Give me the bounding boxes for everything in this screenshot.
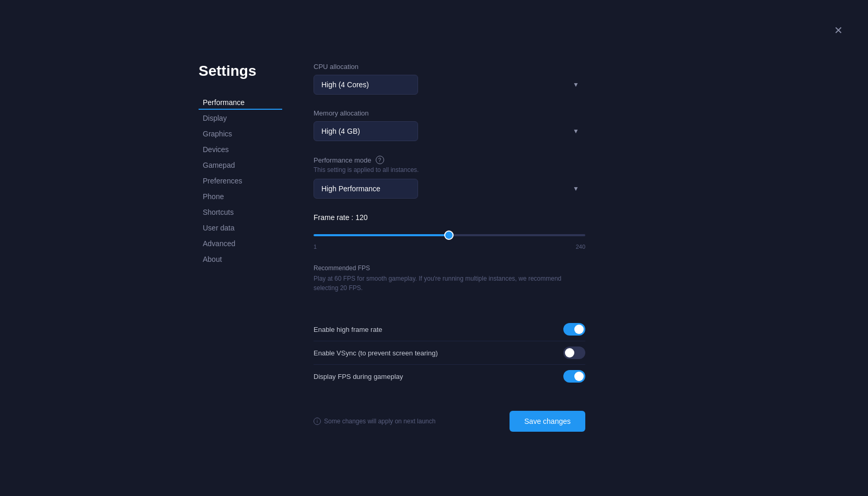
performance-mode-label-row: Performance mode ?	[314, 156, 585, 164]
sidebar-item-shortcuts[interactable]: Shortcuts	[199, 205, 282, 220]
performance-mode-dropdown[interactable]: High Performance Balanced Custom	[314, 179, 418, 199]
sidebar-item-preferences[interactable]: Preferences	[199, 174, 282, 188]
sidebar-nav: Performance Display Graphics Devices Gam…	[199, 95, 282, 267]
toggle-high-frame-rate[interactable]	[563, 323, 585, 336]
toggle-thumb-vsync	[565, 348, 574, 357]
settings-container: Settings Performance Display Graphics De…	[199, 63, 585, 432]
slider-min: 1	[314, 244, 317, 250]
toggle-vsync[interactable]	[563, 347, 585, 359]
page-title: Settings	[199, 63, 282, 79]
footer-note-icon: i	[314, 418, 321, 425]
sidebar-section: Settings Performance Display Graphics De…	[199, 63, 282, 432]
slider-wrapper	[314, 229, 585, 238]
save-changes-button[interactable]: Save changes	[510, 411, 585, 432]
sidebar-item-user-data[interactable]: User data	[199, 221, 282, 235]
memory-dropdown-arrow: ▼	[573, 128, 579, 135]
slider-max: 240	[576, 244, 585, 250]
frame-rate-section: Frame rate : 120 1 240	[314, 213, 585, 250]
frame-rate-slider[interactable]	[314, 234, 585, 236]
cpu-dropdown-wrapper: High (4 Cores) Low (1 Core) Medium (2 Co…	[314, 75, 585, 95]
sidebar-item-display[interactable]: Display	[199, 111, 282, 125]
close-button[interactable]: ✕	[834, 25, 843, 36]
performance-mode-help-icon[interactable]: ?	[376, 156, 384, 164]
sidebar-item-graphics[interactable]: Graphics	[199, 126, 282, 141]
toggles-section: Enable high frame rate Enable VSync (to …	[314, 318, 585, 388]
cpu-dropdown-arrow: ▼	[573, 81, 579, 88]
recommended-fps-desc: Play at 60 FPS for smooth gameplay. If y…	[314, 274, 585, 293]
sidebar-item-phone[interactable]: Phone	[199, 189, 282, 204]
performance-mode-section: Performance mode ? This setting is appli…	[314, 156, 585, 199]
performance-mode-subtitle: This setting is applied to all instances…	[314, 166, 585, 174]
recommended-fps-title: Recommended FPS	[314, 264, 585, 272]
toggle-row-high-frame-rate: Enable high frame rate	[314, 318, 585, 341]
frame-rate-label: Frame rate : 120	[314, 213, 585, 222]
cpu-allocation-section: CPU allocation High (4 Cores) Low (1 Cor…	[314, 63, 585, 95]
footer-note-text: Some changes will apply on next launch	[324, 418, 435, 425]
sidebar-item-devices[interactable]: Devices	[199, 142, 282, 157]
memory-dropdown-wrapper: High (4 GB) Low (1 GB) Medium (2 GB) Ult…	[314, 121, 585, 141]
sidebar-item-advanced[interactable]: Advanced	[199, 236, 282, 251]
footer-row: i Some changes will apply on next launch…	[314, 411, 585, 432]
toggle-thumb-display-fps	[574, 372, 584, 381]
main-content: CPU allocation High (4 Cores) Low (1 Cor…	[314, 63, 585, 432]
sidebar-item-gamepad[interactable]: Gamepad	[199, 158, 282, 172]
recommended-fps-section: Recommended FPS Play at 60 FPS for smoot…	[314, 264, 585, 303]
toggle-display-fps[interactable]	[563, 370, 585, 383]
performance-mode-dropdown-wrapper: High Performance Balanced Custom ▼	[314, 179, 585, 199]
memory-allocation-label: Memory allocation	[314, 109, 585, 117]
footer-note: i Some changes will apply on next launch	[314, 418, 435, 425]
slider-range-row: 1 240	[314, 244, 585, 250]
toggle-label-display-fps: Display FPS during gameplay	[314, 373, 403, 380]
sidebar-item-about[interactable]: About	[199, 252, 282, 267]
cpu-allocation-dropdown[interactable]: High (4 Cores) Low (1 Core) Medium (2 Co…	[314, 75, 418, 95]
toggle-row-vsync: Enable VSync (to prevent screen tearing)	[314, 341, 585, 365]
cpu-allocation-label: CPU allocation	[314, 63, 585, 71]
toggle-row-display-fps: Display FPS during gameplay	[314, 365, 585, 388]
perf-mode-dropdown-arrow: ▼	[573, 185, 579, 192]
sidebar-item-performance[interactable]: Performance	[199, 95, 282, 110]
toggle-thumb-high-frame-rate	[574, 325, 584, 334]
toggle-label-high-frame-rate: Enable high frame rate	[314, 326, 383, 333]
performance-mode-title: Performance mode	[314, 156, 372, 164]
toggle-label-vsync: Enable VSync (to prevent screen tearing)	[314, 349, 438, 357]
memory-allocation-dropdown[interactable]: High (4 GB) Low (1 GB) Medium (2 GB) Ult…	[314, 121, 418, 141]
memory-allocation-section: Memory allocation High (4 GB) Low (1 GB)…	[314, 109, 585, 141]
